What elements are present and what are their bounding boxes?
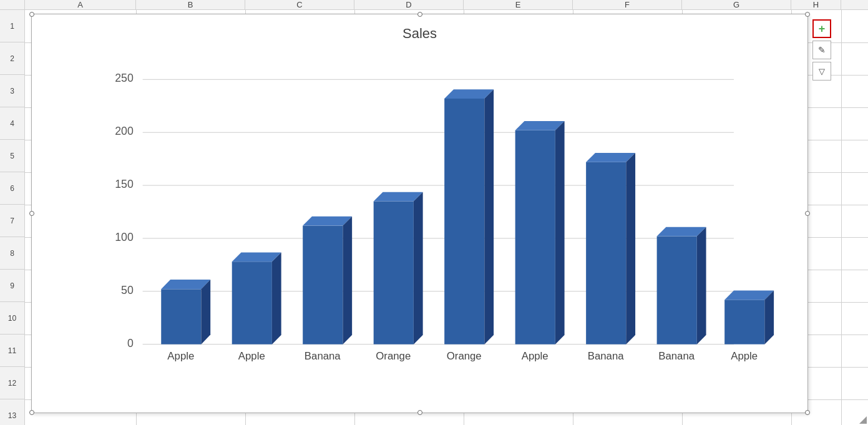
col-header-g[interactable]: G xyxy=(682,0,791,9)
chart-svg: 0 50 100 150 200 250 xyxy=(63,49,795,375)
chart-tools: + ✎ ▽ xyxy=(812,19,831,81)
filter-button[interactable]: ▽ xyxy=(812,62,831,81)
bar-label-2: Apple xyxy=(238,350,265,362)
col-header-a[interactable]: A xyxy=(25,0,136,9)
col-header-f[interactable]: F xyxy=(573,0,682,9)
bar-label-6: Apple xyxy=(522,350,549,362)
edit-chart-button[interactable]: ✎ xyxy=(812,41,831,59)
col-header-h[interactable]: H xyxy=(791,0,841,9)
svg-marker-20 xyxy=(484,89,494,344)
plus-icon: + xyxy=(819,22,826,36)
svg-marker-11 xyxy=(272,252,281,344)
bar-7[interactable]: Banana xyxy=(586,153,635,362)
bar-5[interactable]: Orange xyxy=(444,89,494,362)
bar-label-8: Banana xyxy=(658,350,695,362)
handle-bc[interactable] xyxy=(417,410,422,415)
chart-container[interactable]: Sales 0 xyxy=(31,14,808,413)
bar-label-3: Banana xyxy=(305,350,341,362)
col-header-d[interactable]: D xyxy=(354,0,464,9)
svg-marker-14 xyxy=(343,217,352,344)
svg-rect-24 xyxy=(586,162,626,344)
row-headers: 1 2 3 4 5 6 7 8 9 10 11 12 13 xyxy=(0,10,25,425)
bar-3[interactable]: Banana xyxy=(303,217,352,363)
row-header-4[interactable]: 4 xyxy=(0,107,24,140)
y-label-100: 100 xyxy=(115,231,134,243)
row-header-11[interactable]: 11 xyxy=(0,335,24,367)
add-element-button[interactable]: + xyxy=(812,19,831,38)
bar-label-9: Apple xyxy=(731,350,758,362)
row-header-3[interactable]: 3 xyxy=(0,75,24,107)
filter-icon: ▽ xyxy=(819,67,825,76)
bar-2[interactable]: Apple xyxy=(232,252,281,362)
svg-marker-17 xyxy=(414,192,423,344)
bar-1[interactable]: Apple xyxy=(161,280,210,362)
svg-marker-32 xyxy=(764,291,774,344)
y-label-50: 50 xyxy=(121,284,134,296)
row-header-13[interactable]: 13 xyxy=(0,399,24,425)
svg-rect-18 xyxy=(444,99,484,344)
svg-marker-26 xyxy=(626,153,635,344)
handle-bl[interactable] xyxy=(29,410,34,415)
handle-ml[interactable] xyxy=(29,211,34,216)
y-label-150: 150 xyxy=(115,178,134,190)
bar-label-4: Orange xyxy=(376,350,411,362)
spreadsheet-body: 1 2 3 4 5 6 7 8 9 10 11 12 13 xyxy=(0,10,868,425)
svg-marker-29 xyxy=(697,227,706,344)
bar-label-1: Apple xyxy=(167,350,194,362)
y-label-0: 0 xyxy=(127,337,134,349)
corner-cell xyxy=(0,0,25,9)
bar-4[interactable]: Orange xyxy=(374,192,423,363)
svg-rect-6 xyxy=(161,289,201,344)
y-label-250: 250 xyxy=(115,72,134,84)
handle-mr[interactable] xyxy=(805,211,810,216)
svg-rect-21 xyxy=(515,130,555,344)
svg-rect-30 xyxy=(724,300,764,344)
col-header-e[interactable]: E xyxy=(464,0,573,9)
svg-rect-15 xyxy=(374,202,414,344)
handle-tc[interactable] xyxy=(417,12,422,17)
bar-label-5: Orange xyxy=(447,350,482,362)
handle-tr[interactable] xyxy=(805,12,810,17)
row-header-12[interactable]: 12 xyxy=(0,367,24,399)
row-header-2[interactable]: 2 xyxy=(0,42,24,75)
column-headers: A B C D E F G H xyxy=(0,0,868,10)
bar-label-7: Banana xyxy=(588,350,624,362)
bar-6[interactable]: Apple xyxy=(515,121,565,362)
svg-rect-27 xyxy=(657,237,697,344)
col-header-b[interactable]: B xyxy=(136,0,245,9)
chart-svg-area: 0 50 100 150 200 250 xyxy=(63,49,795,375)
pencil-icon: ✎ xyxy=(818,45,826,55)
svg-rect-9 xyxy=(232,261,272,344)
row-header-9[interactable]: 9 xyxy=(0,270,24,302)
y-label-200: 200 xyxy=(115,125,134,137)
row-header-6[interactable]: 6 xyxy=(0,172,24,205)
row-header-5[interactable]: 5 xyxy=(0,140,24,172)
handle-br[interactable] xyxy=(805,410,810,415)
row-header-8[interactable]: 8 xyxy=(0,237,24,270)
col-header-c[interactable]: C xyxy=(245,0,354,9)
bar-9[interactable]: Apple xyxy=(724,291,774,363)
handle-tl[interactable] xyxy=(29,12,34,17)
chart-title: Sales xyxy=(32,26,807,42)
svg-marker-23 xyxy=(555,121,565,344)
bar-8[interactable]: Banana xyxy=(657,227,706,363)
row-header-7[interactable]: 7 xyxy=(0,205,24,237)
row-header-1[interactable]: 1 xyxy=(0,10,24,42)
row-header-10[interactable]: 10 xyxy=(0,302,24,335)
spreadsheet: A B C D E F G H 1 2 3 4 5 6 7 8 9 10 11 … xyxy=(0,0,868,425)
svg-marker-8 xyxy=(201,280,210,344)
grid-area: Sales 0 xyxy=(25,10,868,425)
svg-rect-12 xyxy=(303,226,343,344)
